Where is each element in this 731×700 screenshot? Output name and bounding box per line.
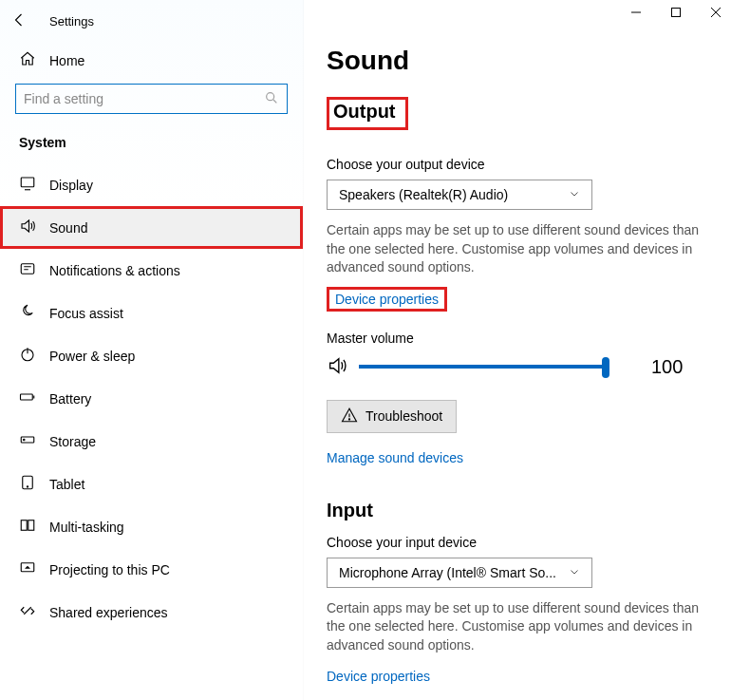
svg-point-0: [267, 92, 274, 100]
app-title: Settings: [49, 14, 94, 28]
svg-rect-1: [21, 178, 34, 187]
sound-icon: [19, 218, 36, 237]
display-icon: [19, 175, 36, 195]
sidebar-item-notifications[interactable]: Notifications & actions: [0, 249, 303, 292]
input-hint: Certain apps may be set up to use differ…: [327, 599, 703, 655]
output-device-value: Speakers (Realtek(R) Audio): [339, 187, 569, 202]
svg-rect-10: [28, 520, 34, 531]
sidebar-item-label: Multi-tasking: [49, 520, 124, 535]
output-heading: Output: [327, 97, 408, 130]
svg-rect-9: [21, 520, 27, 531]
troubleshoot-label: Troubleshoot: [366, 408, 442, 424]
sidebar-item-label: Power & sleep: [49, 349, 135, 364]
sidebar-item-multitasking[interactable]: Multi-tasking: [0, 505, 303, 548]
input-device-value: Microphone Array (Intel® Smart So...: [339, 565, 569, 580]
home-row[interactable]: Home: [0, 41, 303, 80]
search-box[interactable]: [15, 84, 288, 114]
back-button[interactable]: [11, 11, 28, 31]
shared-exp-icon: [19, 602, 36, 622]
svg-rect-12: [672, 9, 681, 17]
title-bar: Settings: [0, 0, 303, 41]
sidebar-item-shared-exp[interactable]: Shared experiences: [0, 591, 303, 634]
master-volume-label: Master volume: [327, 331, 703, 346]
manage-sound-devices-link[interactable]: Manage sound devices: [327, 450, 463, 465]
svg-point-8: [27, 486, 28, 487]
svg-rect-2: [21, 264, 34, 274]
input-choose-label: Choose your input device: [327, 535, 703, 550]
search-input[interactable]: [24, 91, 264, 106]
maximize-button[interactable]: [666, 6, 685, 21]
search-icon: [264, 90, 279, 108]
input-device-properties-link[interactable]: Device properties: [327, 669, 430, 684]
page-title: Sound: [327, 46, 731, 76]
input-section: Input Choose your input device Microphon…: [327, 500, 703, 684]
home-icon: [19, 50, 36, 70]
sidebar-item-label: Focus assist: [49, 306, 123, 321]
sidebar-item-label: Sound: [49, 220, 87, 236]
tablet-icon: [19, 474, 36, 494]
input-device-combo[interactable]: Microphone Array (Intel® Smart So...: [327, 558, 592, 588]
minimize-button[interactable]: [627, 6, 646, 21]
content-pane: Sound Output Choose your output device S…: [304, 0, 731, 700]
volume-slider[interactable]: [359, 365, 606, 369]
home-label: Home: [49, 53, 84, 68]
sidebar-item-label: Tablet: [49, 477, 84, 492]
sidebar-item-tablet[interactable]: Tablet: [0, 463, 303, 505]
sidebar-item-label: Storage: [49, 434, 96, 449]
sidebar: Settings Home System Display Sound Notif…: [0, 0, 304, 700]
sidebar-item-storage[interactable]: Storage: [0, 420, 303, 463]
notifications-icon: [19, 260, 36, 280]
storage-icon: [19, 431, 36, 451]
search-wrap: [0, 80, 303, 120]
sidebar-nav: Display Sound Notifications & actions Fo…: [0, 163, 303, 634]
svg-point-6: [24, 439, 26, 441]
output-device-combo[interactable]: Speakers (Realtek(R) Audio): [327, 180, 592, 210]
window-controls: [627, 6, 725, 21]
volume-value: 100: [651, 356, 683, 378]
sidebar-item-power-sleep[interactable]: Power & sleep: [0, 334, 303, 377]
sidebar-item-display[interactable]: Display: [0, 163, 303, 206]
output-hint: Certain apps may be set up to use differ…: [327, 221, 703, 277]
sidebar-item-label: Shared experiences: [49, 605, 168, 620]
output-choose-label: Choose your output device: [327, 157, 703, 172]
focus-assist-icon: [19, 303, 36, 323]
sidebar-section-label: System: [0, 120, 303, 163]
slider-thumb[interactable]: [602, 357, 609, 378]
warning-icon: [341, 407, 358, 426]
sidebar-item-label: Notifications & actions: [49, 263, 180, 278]
projecting-icon: [19, 559, 36, 579]
svg-rect-4: [21, 394, 33, 400]
chevron-down-icon: [569, 187, 580, 202]
multitasking-icon: [19, 517, 36, 537]
close-button[interactable]: [706, 6, 725, 21]
output-section: Output Choose your output device Speaker…: [327, 97, 703, 465]
chevron-down-icon: [569, 565, 580, 580]
sidebar-item-battery[interactable]: Battery: [0, 377, 303, 420]
output-device-properties-link[interactable]: Device properties: [327, 287, 447, 312]
battery-icon: [19, 388, 36, 408]
power-icon: [19, 346, 36, 366]
sidebar-item-focus-assist[interactable]: Focus assist: [0, 292, 303, 334]
sidebar-item-label: Battery: [49, 391, 91, 407]
svg-point-13: [348, 419, 349, 420]
volume-row: 100: [327, 355, 703, 379]
sidebar-item-projecting[interactable]: Projecting to this PC: [0, 548, 303, 591]
troubleshoot-button[interactable]: Troubleshoot: [327, 400, 457, 433]
input-heading: Input: [327, 500, 703, 521]
sidebar-item-label: Display: [49, 178, 93, 193]
sidebar-item-sound[interactable]: Sound: [0, 206, 303, 249]
volume-icon[interactable]: [327, 355, 347, 379]
sidebar-item-label: Projecting to this PC: [49, 562, 170, 577]
